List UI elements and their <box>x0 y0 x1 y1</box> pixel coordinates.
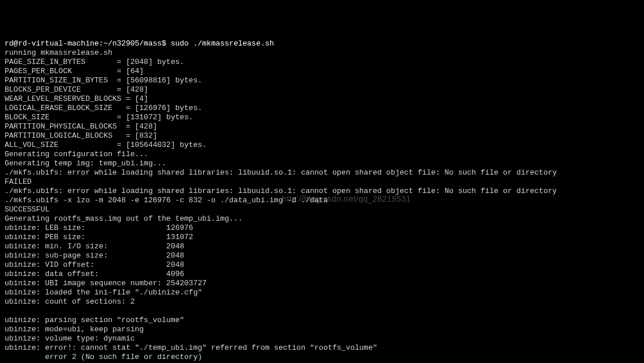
output-line: ubinize: loaded the ini-file "./ubinize.… <box>5 288 202 297</box>
output-line: ALL_VOL_SIZE = [105644032] bytes. <box>5 141 207 149</box>
output-line: Generating configuration file... <box>5 150 148 158</box>
output-line: ubinize: min. I/O size: 2048 <box>5 242 184 251</box>
output-line: ubinize: volume type: dynamic <box>5 334 135 343</box>
prompt-path: ~/n32905/mass <box>104 39 162 48</box>
prompt-space <box>166 39 171 48</box>
output-line: PARTITION_SIZE_IN_BYTES = [56098816] byt… <box>5 76 202 85</box>
prompt-sep: $ <box>162 39 166 48</box>
output-line: PAGES_PER_BLOCK = [64] <box>5 67 144 75</box>
output-line: Generating rootfs_mass.img out of the te… <box>5 214 242 223</box>
output-line: PARTITION_LOGICAL_BLOCKS = [832] <box>5 131 157 140</box>
output-line: ubinize: VID offset: 2048 <box>5 260 184 269</box>
output-line: ./mkfs.ubifs -x lzo -m 2048 -e 126976 -c… <box>5 196 328 205</box>
output-line-failed: FAILED <box>5 177 32 186</box>
output-line: ubinize: parsing section "rootfs_volume" <box>5 316 184 324</box>
output-line: BLOCKS_PER_DEVICE = [428] <box>5 85 148 94</box>
output-line: WEAR_LEVEL_RESERVED_BLOCKS = [4] <box>5 94 148 103</box>
output-line-error: ./mkfs.ubifs: error while loading shared… <box>5 187 557 195</box>
output-line: ubinize: mode=ubi, keep parsing <box>5 325 144 334</box>
output-line: LOGICAL_ERASE_BLOCK_SIZE = [126976] byte… <box>5 104 202 112</box>
output-line: ubinize: PEB size: 131072 <box>5 233 193 241</box>
output-line-success: SUCCESSFUL <box>5 205 49 214</box>
prompt-colon: : <box>99 39 104 48</box>
output-line-error: error 2 (No such file or directory) <box>5 353 202 361</box>
output-line: ubinize: UBI image sequence number: 2542… <box>5 279 207 288</box>
output-line: ubinize: data offset: 4096 <box>5 270 184 278</box>
prompt-user-host: rd@rd-virtual-machine <box>5 39 99 48</box>
terminal-output[interactable]: rd@rd-virtual-machine:~/n32905/mass$ sud… <box>5 39 639 363</box>
output-line: PARTITION_PHYSICAL_BLOCKS = [428] <box>5 122 157 131</box>
entered-command: sudo ./mkmassrelease.sh <box>171 39 274 48</box>
output-line: PAGE_SIZE_IN_BYTES = [2048] bytes. <box>5 58 184 66</box>
output-line: BLOCK_SIZE = [131072] bytes. <box>5 113 193 122</box>
output-line: running mkmassrelease.sh <box>5 48 112 57</box>
output-line-error: ubinize: error!: cannot stat "./temp_ubi… <box>5 343 378 352</box>
output-line: ubinize: LEB size: 126976 <box>5 224 193 232</box>
output-line: ubinize: count of sections: 2 <box>5 297 135 306</box>
output-line: ubinize: sub-page size: 2048 <box>5 251 184 260</box>
output-line: Generating temp img: temp_ubi.img... <box>5 159 166 168</box>
output-line-error: ./mkfs.ubifs: error while loading shared… <box>5 168 557 177</box>
